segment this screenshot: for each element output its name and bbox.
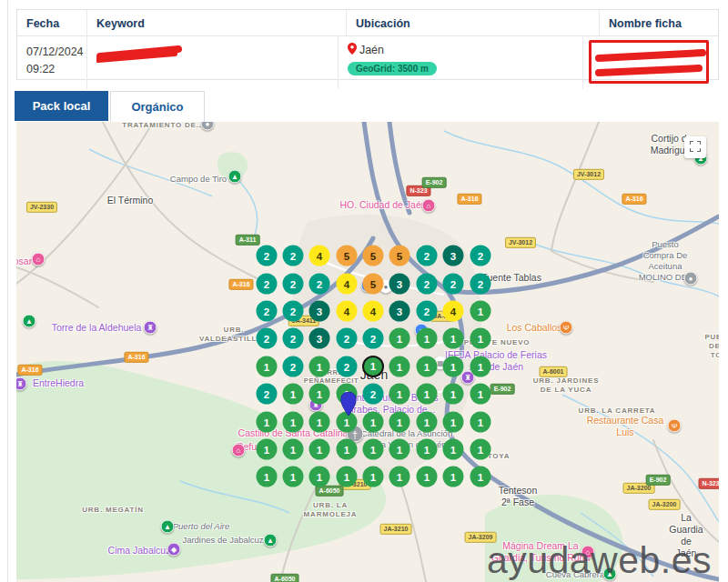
grid-rank-circle-r8-c4[interactable]: 1 bbox=[337, 439, 358, 460]
grid-rank-circle-r2-c4[interactable]: 4 bbox=[337, 274, 358, 295]
grid-rank-circle-r7-c6[interactable]: 1 bbox=[389, 412, 410, 433]
grid-rank-circle-r8-c3[interactable]: 1 bbox=[309, 439, 330, 460]
grid-rank-circle-r5-c4[interactable]: 2 bbox=[337, 356, 358, 377]
grid-rank-circle-r3-c1[interactable]: 2 bbox=[257, 301, 278, 322]
grid-rank-circle-r9-c9[interactable]: 1 bbox=[470, 467, 491, 487]
grid-rank-circle-r1-c1[interactable]: 2 bbox=[257, 246, 278, 266]
grid-rank-circle-r4-c6[interactable]: 1 bbox=[389, 328, 410, 349]
park-marker-campo-de-tiro[interactable]: ▲ bbox=[228, 170, 242, 184]
grid-rank-circle-r8-c9[interactable]: 1 bbox=[470, 439, 491, 460]
grid-rank-circle-r6-c5[interactable]: 2 bbox=[363, 384, 384, 405]
grid-rank-circle-r9-c7[interactable]: 1 bbox=[417, 467, 438, 487]
grid-rank-circle-r4-c1[interactable]: 2 bbox=[257, 328, 278, 349]
grid-rank-circle-r1-c6[interactable]: 5 bbox=[389, 246, 410, 266]
grid-rank-circle-r9-c5[interactable]: 1 bbox=[363, 467, 384, 487]
grid-rank-circle-r4-c3[interactable]: 3 bbox=[309, 328, 330, 349]
road-badge-jv-2330: JV-2330 bbox=[26, 202, 57, 213]
grid-rank-circle-r8-c1[interactable]: 1 bbox=[257, 439, 278, 460]
grid-rank-circle-r9-c3[interactable]: 1 bbox=[309, 467, 330, 487]
grid-rank-circle-r8-c6[interactable]: 1 bbox=[389, 439, 410, 460]
grid-rank-circle-r4-c7[interactable]: 1 bbox=[417, 328, 438, 349]
restaurant-marker-los-caballos[interactable]: Ψ bbox=[560, 321, 573, 335]
grid-rank-circle-r8-c8[interactable]: 1 bbox=[443, 439, 464, 460]
hotel-marker-ho-ciudad[interactable]: ⌂ bbox=[422, 199, 436, 213]
grid-rank-circle-r1-c4[interactable]: 5 bbox=[337, 246, 358, 266]
grid-rank-circle-r7-c8[interactable]: 1 bbox=[443, 412, 464, 433]
grid-rank-circle-r4-c2[interactable]: 2 bbox=[283, 328, 304, 349]
poi-marker-tratamiento[interactable]: ● bbox=[201, 122, 215, 131]
grid-rank-circle-r2-c6[interactable]: 3 bbox=[389, 274, 410, 295]
grid-rank-circle-r9-c1[interactable]: 1 bbox=[257, 467, 278, 487]
grid-rank-circle-r6-c6[interactable]: 1 bbox=[389, 384, 410, 405]
grid-rank-circle-r5-c2[interactable]: 2 bbox=[283, 356, 304, 377]
grid-rank-circle-r7-c3[interactable]: 1 bbox=[309, 412, 330, 433]
grid-rank-circle-r3-c2[interactable]: 2 bbox=[283, 301, 304, 322]
grid-rank-circle-r5-c5[interactable]: 1 bbox=[362, 356, 384, 377]
dropped-pin-icon[interactable] bbox=[341, 392, 357, 419]
grid-rank-circle-r6-c9[interactable]: 1 bbox=[470, 384, 491, 405]
grid-rank-circle-r5-c3[interactable]: 1 bbox=[309, 356, 330, 377]
grid-rank-circle-r6-c3[interactable]: 1 bbox=[309, 384, 330, 405]
grid-rank-circle-r3-c4[interactable]: 4 bbox=[337, 301, 358, 322]
grid-rank-circle-r9-c6[interactable]: 1 bbox=[389, 467, 410, 487]
grid-rank-circle-r2-c8[interactable]: 2 bbox=[443, 274, 464, 295]
fullscreen-button[interactable] bbox=[684, 136, 706, 158]
grid-rank-circle-r8-c5[interactable]: 1 bbox=[363, 439, 384, 460]
grid-rank-circle-r7-c5[interactable]: 1 bbox=[363, 412, 384, 433]
park-marker-jardines-jabalcuz[interactable]: ▲ bbox=[264, 534, 278, 547]
hotel-marker-osar[interactable]: ⌂ bbox=[32, 253, 46, 266]
grid-rank-circle-r9-c8[interactable]: 1 bbox=[443, 467, 464, 487]
park-marker-west[interactable]: ▲ bbox=[23, 315, 36, 328]
grid-rank-circle-r3-c9[interactable]: 1 bbox=[470, 301, 491, 322]
park-marker-puerto-del-aire[interactable]: ▲ bbox=[161, 520, 175, 534]
grid-rank-circle-r6-c8[interactable]: 1 bbox=[443, 384, 464, 405]
grid-rank-circle-r1-c3[interactable]: 4 bbox=[309, 246, 330, 266]
grid-rank-circle-r1-c5[interactable]: 5 bbox=[363, 246, 384, 266]
grid-rank-circle-r2-c5[interactable]: 5 bbox=[363, 274, 384, 295]
poi-marker-puesto-compra[interactable]: ● bbox=[684, 272, 698, 286]
grid-rank-circle-r2-c7[interactable]: 2 bbox=[417, 274, 438, 295]
grid-rank-circle-r9-c2[interactable]: 1 bbox=[283, 467, 304, 487]
hotel-marker-refugio[interactable]: ⌂ bbox=[232, 444, 246, 457]
attraction-marker-torre-aldehuela[interactable]: ♜ bbox=[144, 321, 157, 335]
grid-rank-circle-r1-c9[interactable]: 2 bbox=[470, 246, 491, 266]
grid-rank-circle-r7-c7[interactable]: 1 bbox=[417, 412, 438, 433]
grid-rank-circle-r7-c9[interactable]: 1 bbox=[470, 412, 491, 433]
grid-rank-circle-r3-c5[interactable]: 4 bbox=[363, 301, 384, 322]
grid-rank-circle-r2-c3[interactable]: 2 bbox=[309, 274, 330, 295]
tab-pack-local[interactable]: Pack local bbox=[15, 91, 108, 121]
grid-rank-circle-r3-c6[interactable]: 3 bbox=[389, 301, 410, 322]
geogrid-map[interactable]: TRATAMIENTO DE..Campo de TiroEl TérminoH… bbox=[16, 122, 719, 582]
grid-rank-circle-r8-c7[interactable]: 1 bbox=[417, 439, 438, 460]
grid-rank-circle-r7-c1[interactable]: 1 bbox=[257, 412, 278, 433]
grid-rank-circle-r2-c2[interactable]: 2 bbox=[283, 274, 304, 295]
grid-rank-circle-r5-c7[interactable]: 1 bbox=[417, 356, 438, 377]
grid-rank-circle-r5-c9[interactable]: 1 bbox=[470, 356, 491, 377]
attraction-marker-entrehiedra[interactable]: ♜ bbox=[16, 377, 27, 391]
grid-rank-circle-r4-c8[interactable]: 1 bbox=[443, 328, 464, 349]
nombre-ficha-redaction-scribble bbox=[595, 45, 706, 82]
grid-rank-circle-r3-c3[interactable]: 3 bbox=[309, 301, 330, 322]
grid-rank-circle-r4-c9[interactable]: 1 bbox=[470, 328, 491, 349]
grid-rank-circle-r6-c1[interactable]: 2 bbox=[257, 384, 278, 405]
grid-rank-circle-r5-c1[interactable]: 1 bbox=[257, 356, 278, 377]
restaurant-marker-casa-luis[interactable]: Ψ bbox=[668, 419, 682, 433]
grid-rank-circle-r9-c4[interactable]: 1 bbox=[337, 467, 358, 487]
grid-rank-circle-r3-c7[interactable]: 2 bbox=[417, 301, 438, 322]
grid-rank-circle-r2-c1[interactable]: 2 bbox=[257, 274, 278, 295]
grid-rank-circle-r1-c7[interactable]: 2 bbox=[417, 246, 438, 266]
grid-rank-circle-r1-c8[interactable]: 3 bbox=[443, 246, 464, 266]
tab-organico[interactable]: Orgánico bbox=[110, 91, 205, 122]
grid-rank-circle-r2-c9[interactable]: 2 bbox=[470, 274, 491, 295]
grid-rank-circle-r4-c5[interactable]: 2 bbox=[363, 328, 384, 349]
grid-rank-circle-r1-c2[interactable]: 2 bbox=[283, 246, 304, 266]
grid-rank-circle-r7-c2[interactable]: 1 bbox=[283, 412, 304, 433]
grid-rank-circle-r4-c4[interactable]: 2 bbox=[337, 328, 358, 349]
grid-rank-circle-r6-c2[interactable]: 1 bbox=[283, 384, 304, 405]
grid-rank-circle-r6-c7[interactable]: 1 bbox=[417, 384, 438, 405]
grid-rank-circle-r5-c6[interactable]: 1 bbox=[389, 356, 410, 377]
grid-rank-circle-r8-c2[interactable]: 1 bbox=[283, 439, 304, 460]
grid-rank-circle-r5-c8[interactable]: 1 bbox=[443, 356, 464, 377]
grid-rank-circle-r3-c8[interactable]: 4 bbox=[443, 301, 464, 322]
attraction-marker-cima-jabalcuz[interactable]: ◆ bbox=[167, 543, 181, 557]
